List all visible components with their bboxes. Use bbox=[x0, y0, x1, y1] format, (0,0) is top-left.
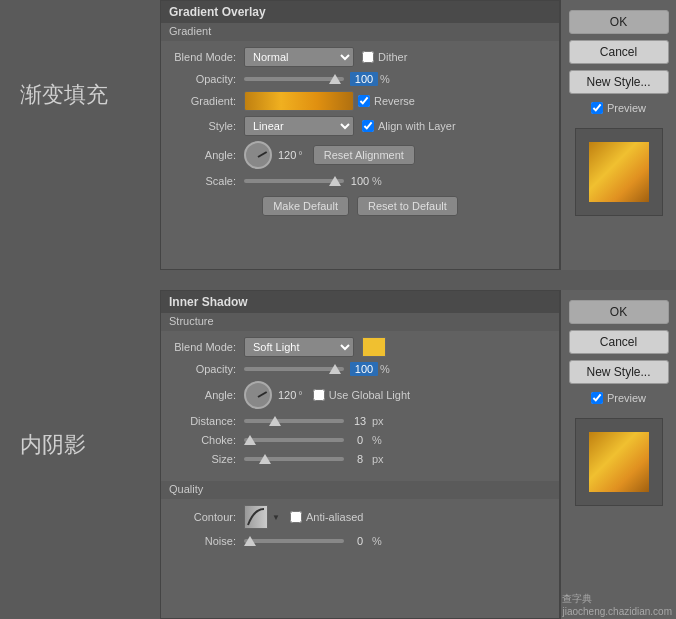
noise-row: Noise: 0 % bbox=[169, 534, 551, 548]
global-light-checkbox[interactable] bbox=[313, 389, 325, 401]
opacity-value[interactable]: 100 bbox=[350, 72, 378, 86]
blend-mode-label: Blend Mode: bbox=[169, 51, 244, 63]
bottom-angle-row: Angle: 120 ° Use Global Light bbox=[169, 381, 551, 409]
reverse-checkbox[interactable] bbox=[358, 95, 370, 107]
scale-thumb[interactable] bbox=[329, 176, 341, 186]
choke-slider[interactable] bbox=[244, 433, 344, 447]
inner-shadow-panel: Inner Shadow Structure Blend Mode: Norma… bbox=[160, 290, 560, 619]
scale-label: Scale: bbox=[169, 175, 244, 187]
bottom-angle-value[interactable]: 120 bbox=[278, 389, 296, 401]
new-style-button-top[interactable]: New Style... bbox=[569, 70, 669, 94]
watermark-line1: 查字典 bbox=[562, 592, 672, 606]
scale-value[interactable]: 100 bbox=[350, 175, 370, 187]
preview-gradient-bottom bbox=[589, 432, 649, 492]
size-row: Size: 8 px bbox=[169, 452, 551, 466]
preview-box-bottom bbox=[575, 418, 663, 506]
opacity-row: Opacity: 100 % bbox=[169, 72, 551, 86]
watermark: 查字典 jiaocheng.chazidian.com bbox=[562, 592, 672, 617]
preview-box-top bbox=[575, 128, 663, 216]
choke-unit: % bbox=[372, 434, 382, 446]
distance-slider[interactable] bbox=[244, 414, 344, 428]
bottom-angle-degree: ° bbox=[298, 389, 302, 401]
gradient-picker[interactable] bbox=[244, 91, 354, 111]
noise-label: Noise: bbox=[169, 535, 244, 547]
distance-thumb[interactable] bbox=[269, 416, 281, 426]
noise-slider[interactable] bbox=[244, 534, 344, 548]
choke-row: Choke: 0 % bbox=[169, 433, 551, 447]
bottom-opacity-thumb[interactable] bbox=[329, 364, 341, 374]
contour-row: Contour: ▼ Anti-aliased bbox=[169, 505, 551, 529]
noise-thumb[interactable] bbox=[244, 536, 256, 546]
preview-checkbox-top[interactable] bbox=[591, 102, 603, 114]
preview-label-bottom: Preview bbox=[591, 392, 646, 404]
preview-gradient-top bbox=[589, 142, 649, 202]
size-slider[interactable] bbox=[244, 452, 344, 466]
global-light-label: Use Global Light bbox=[313, 389, 410, 401]
gradient-label: Gradient: bbox=[169, 95, 244, 107]
contour-picker[interactable] bbox=[244, 505, 268, 529]
noise-value[interactable]: 0 bbox=[350, 535, 370, 547]
reset-default-button[interactable]: Reset to Default bbox=[357, 196, 458, 216]
angle-label: Angle: bbox=[169, 149, 244, 161]
choke-track bbox=[244, 438, 344, 442]
dither-label: Dither bbox=[378, 51, 407, 63]
size-thumb[interactable] bbox=[259, 454, 271, 464]
size-value[interactable]: 8 bbox=[350, 453, 370, 465]
scale-row: Scale: 100 % bbox=[169, 174, 551, 188]
contour-dropdown-arrow: ▼ bbox=[272, 513, 280, 522]
align-layer-checkbox[interactable] bbox=[362, 120, 374, 132]
bottom-opacity-label: Opacity: bbox=[169, 363, 244, 375]
style-row: Style: Linear Radial Angle Reflected Dia… bbox=[169, 116, 551, 136]
cancel-button-bottom[interactable]: Cancel bbox=[569, 330, 669, 354]
dither-checkbox-label: Dither bbox=[362, 51, 407, 63]
choke-thumb[interactable] bbox=[244, 435, 256, 445]
gradient-overlay-panel: Gradient Overlay Gradient Blend Mode: No… bbox=[160, 0, 560, 270]
bottom-opacity-slider[interactable] bbox=[244, 362, 344, 376]
bottom-opacity-unit: % bbox=[380, 363, 390, 375]
style-select[interactable]: Linear Radial Angle Reflected Diamond bbox=[244, 116, 354, 136]
preview-text-top: Preview bbox=[607, 102, 646, 114]
gradient-row: Gradient: Reverse bbox=[169, 91, 551, 111]
bottom-opacity-row: Opacity: 100 % bbox=[169, 362, 551, 376]
bottom-opacity-value[interactable]: 100 bbox=[350, 362, 378, 376]
watermark-line2: jiaocheng.chazidian.com bbox=[562, 606, 672, 617]
bottom-blend-mode-row: Blend Mode: Normal Dissolve Multiply Scr… bbox=[169, 337, 551, 357]
angle-dial[interactable] bbox=[244, 141, 272, 169]
inner-shadow-title: Inner Shadow bbox=[161, 291, 559, 313]
preview-label-top: Preview bbox=[591, 102, 646, 114]
opacity-thumb[interactable] bbox=[329, 74, 341, 84]
right-panel-top: OK Cancel New Style... Preview bbox=[560, 0, 676, 270]
chinese-label-shadow: 内阴影 bbox=[20, 430, 86, 460]
ok-button-top[interactable]: OK bbox=[569, 10, 669, 34]
dither-checkbox[interactable] bbox=[362, 51, 374, 63]
opacity-slider[interactable] bbox=[244, 72, 344, 86]
distance-value[interactable]: 13 bbox=[350, 415, 370, 427]
anti-aliased-label: Anti-aliased bbox=[290, 511, 363, 523]
default-buttons-row: Make Default Reset to Default bbox=[169, 196, 551, 216]
preview-text-bottom: Preview bbox=[607, 392, 646, 404]
choke-value[interactable]: 0 bbox=[350, 434, 370, 446]
shadow-color-box[interactable] bbox=[362, 337, 386, 357]
blend-mode-select[interactable]: Normal Dissolve Multiply Screen Overlay … bbox=[244, 47, 354, 67]
bottom-angle-line bbox=[258, 391, 268, 398]
gradient-overlay-title: Gradient Overlay bbox=[161, 1, 559, 23]
noise-unit: % bbox=[372, 535, 382, 547]
make-default-button[interactable]: Make Default bbox=[262, 196, 349, 216]
anti-aliased-checkbox[interactable] bbox=[290, 511, 302, 523]
scale-slider[interactable] bbox=[244, 174, 344, 188]
reverse-label: Reverse bbox=[374, 95, 415, 107]
bottom-blend-select[interactable]: Normal Dissolve Multiply Screen Overlay … bbox=[244, 337, 354, 357]
contour-curve-icon bbox=[246, 507, 266, 527]
distance-row: Distance: 13 px bbox=[169, 414, 551, 428]
reset-alignment-button[interactable]: Reset Alignment bbox=[313, 145, 415, 165]
preview-checkbox-bottom[interactable] bbox=[591, 392, 603, 404]
ok-button-bottom[interactable]: OK bbox=[569, 300, 669, 324]
quality-label: Quality bbox=[161, 481, 559, 499]
bottom-angle-dial[interactable] bbox=[244, 381, 272, 409]
distance-label: Distance: bbox=[169, 415, 244, 427]
contour-label: Contour: bbox=[169, 511, 244, 523]
cancel-button-top[interactable]: Cancel bbox=[569, 40, 669, 64]
distance-unit: px bbox=[372, 415, 384, 427]
new-style-button-bottom[interactable]: New Style... bbox=[569, 360, 669, 384]
angle-value[interactable]: 120 bbox=[278, 149, 296, 161]
